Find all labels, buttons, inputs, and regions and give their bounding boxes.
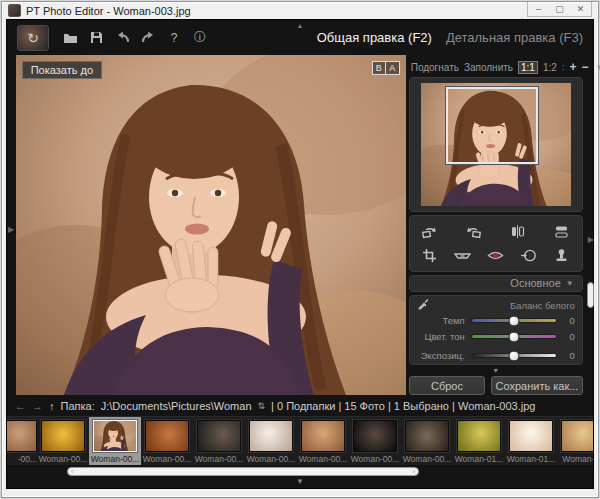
expand-left-panel-icon[interactable]: ▶ (8, 225, 14, 234)
exposure-slider-value: 0 (563, 350, 575, 361)
zoom-in-button[interactable]: + (569, 60, 576, 74)
show-before-button[interactable]: Показать до (22, 61, 102, 79)
save-button[interactable] (85, 29, 107, 47)
zoom-dropdown-icon[interactable]: ▼ (595, 63, 600, 72)
info-button[interactable]: ⓘ (189, 29, 211, 47)
after-button[interactable]: A (386, 61, 400, 75)
folder-label: Папка: (61, 400, 95, 412)
navigator-preview[interactable] (421, 83, 571, 206)
folder-path[interactable]: J:\Documents\Pictures\Woman (101, 400, 252, 412)
exposure-slider-row: Экспозиц. 0 (417, 348, 575, 364)
temp-slider-knob[interactable] (508, 315, 519, 326)
filmstrip-item-selected[interactable]: Woman-00... (89, 417, 141, 465)
panel-scroll-down-icon[interactable]: ▼ (409, 367, 583, 374)
filmstrip-item[interactable]: Woman-00... (141, 417, 193, 465)
tab-general-edit[interactable]: Общая правка (F2) (317, 30, 432, 45)
filmstrip[interactable]: -00... Woman-00... Woman-00... Woman-00.… (7, 416, 593, 465)
left-panel-strip: ▶ (7, 55, 16, 395)
thumbnail-label: Woman-00... (39, 454, 88, 464)
reset-button[interactable]: Сброс (409, 376, 486, 395)
thumbnail-image[interactable] (41, 420, 85, 452)
thumbnail-image[interactable] (93, 420, 137, 452)
undo-button[interactable] (111, 29, 133, 47)
filmstrip-item[interactable]: Woman-01... (453, 417, 505, 465)
rotate-left-icon[interactable] (418, 222, 442, 242)
temp-slider[interactable] (471, 318, 557, 323)
filmstrip-item[interactable]: Woman-00... (349, 417, 401, 465)
thumbnail-image[interactable] (561, 420, 593, 452)
basic-section-header[interactable]: Основное ▼ (409, 275, 583, 292)
photo-canvas[interactable]: Показать до B A (16, 55, 406, 395)
forward-arrow-icon[interactable]: → (32, 400, 43, 412)
filmstrip-item[interactable]: Woman-00... (245, 417, 297, 465)
app-body: ▲ ↻ ? ⓘ Общая правка (F2) Детальная прав… (6, 19, 594, 489)
thumbnail-image[interactable] (7, 420, 37, 452)
window-controls: – ▢ ✕ (527, 2, 592, 17)
navigator-viewport-rect[interactable] (446, 87, 538, 164)
collapse-toolbar-icon[interactable]: ▲ (297, 22, 304, 29)
tint-slider[interactable] (471, 334, 557, 339)
up-folder-icon[interactable]: ↑ (49, 400, 55, 412)
save-as-button[interactable]: Сохранить как... (491, 376, 582, 395)
sort-toggle-icon[interactable]: ⇅ (258, 401, 266, 411)
app-window: PT Photo Editor - Woman-003.jpg – ▢ ✕ ▲ … (1, 1, 599, 498)
filmstrip-item[interactable]: Woman-00... (193, 417, 245, 465)
tint-slider-knob[interactable] (508, 331, 519, 342)
straighten-icon[interactable] (451, 245, 475, 265)
open-folder-button[interactable] (59, 29, 81, 47)
app-icon (8, 4, 21, 17)
filmstrip-item[interactable]: Woman-00... (297, 417, 349, 465)
horizontal-scrollbar-thumb[interactable]: ‹ › (67, 467, 419, 476)
help-button[interactable]: ? (163, 29, 185, 47)
toolbar: ▲ ↻ ? ⓘ Общая правка (F2) Детальная прав… (7, 20, 593, 55)
redo-button[interactable] (137, 29, 159, 47)
thumbnail-image[interactable] (197, 420, 241, 452)
thumbnail-label: Woman-00... (299, 454, 348, 464)
expand-right-panel-icon[interactable]: ▶ (588, 235, 594, 244)
collapse-filmstrip-icon[interactable]: ▼ (7, 478, 593, 488)
red-eye-icon[interactable] (484, 245, 508, 265)
before-button[interactable]: B (372, 61, 386, 75)
thumbnail-image[interactable] (509, 420, 553, 452)
title-bar[interactable]: PT Photo Editor - Woman-003.jpg – ▢ ✕ (2, 2, 598, 19)
zoom-1-2-button[interactable]: 1:2 (543, 62, 557, 73)
spot-removal-icon[interactable] (517, 245, 541, 265)
filmstrip-item[interactable]: Woman-01 (557, 417, 593, 465)
horizontal-scrollbar[interactable]: ‹ › (7, 465, 593, 478)
vertical-scrollbar-thumb[interactable] (587, 282, 594, 308)
thumbnail-image[interactable] (249, 420, 293, 452)
clone-stamp-icon[interactable] (550, 245, 574, 265)
zoom-divider: ∶ (562, 62, 565, 73)
thumbnail-image[interactable] (457, 420, 501, 452)
filmstrip-item[interactable]: Woman-01... (505, 417, 557, 465)
zoom-fit-button[interactable]: Подогнать (411, 62, 459, 73)
exposure-slider[interactable] (471, 353, 557, 358)
scroll-right-icon[interactable]: › (413, 468, 415, 475)
rotate-right-icon[interactable] (462, 222, 486, 242)
zoom-1-1-button[interactable]: 1:1 (518, 61, 538, 74)
eyedropper-icon[interactable] (417, 297, 430, 315)
temp-slider-row: Темп 0 (417, 313, 575, 329)
minimize-button[interactable]: – (528, 2, 549, 16)
maximize-button[interactable]: ▢ (549, 2, 570, 16)
thumbnail-image[interactable] (353, 420, 397, 452)
section-collapse-icon[interactable]: ▼ (566, 279, 574, 288)
thumbnail-image[interactable] (301, 420, 345, 452)
flip-horizontal-icon[interactable] (506, 222, 530, 242)
temp-slider-value: 0 (563, 315, 575, 326)
thumbnail-image[interactable] (405, 420, 449, 452)
exposure-slider-knob[interactable] (508, 350, 519, 361)
contrast-slider-row-clipped: К 0 (417, 364, 575, 365)
filmstrip-item[interactable]: Woman-00... (401, 417, 453, 465)
crop-icon[interactable] (418, 245, 442, 265)
flip-vertical-icon[interactable] (550, 222, 574, 242)
scroll-left-icon[interactable]: ‹ (71, 468, 73, 475)
filmstrip-item[interactable]: Woman-00... (37, 417, 89, 465)
tab-detail-edit[interactable]: Детальная правка (F3) (446, 30, 583, 45)
thumbnail-image[interactable] (145, 420, 189, 452)
back-arrow-icon[interactable]: ← (15, 400, 26, 412)
filmstrip-item[interactable]: -00... (7, 417, 37, 465)
close-button[interactable]: ✕ (570, 2, 591, 16)
zoom-fill-button[interactable]: Заполнить (464, 62, 513, 73)
thumbnail-label: Woman-00... (91, 454, 140, 464)
